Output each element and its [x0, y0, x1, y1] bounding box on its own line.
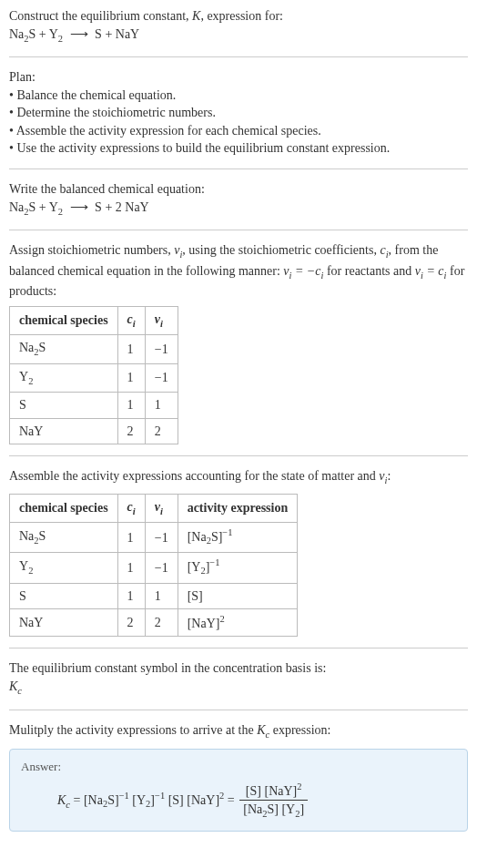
cell-ci: 2 [117, 609, 145, 637]
col-ci: ci [117, 494, 145, 522]
activity-title-a: Assemble the activity expressions accoun… [9, 469, 379, 483]
col-species: chemical species [10, 494, 118, 522]
cell-nui: −1 [145, 335, 178, 363]
cell-ci: 1 [117, 335, 145, 363]
final-section: Mulitply the activity expressions to arr… [9, 721, 468, 832]
nu-i: νi [174, 243, 182, 257]
c-i: ci [380, 243, 388, 257]
answer-label: Answer: [21, 759, 456, 775]
cell-species: S [10, 583, 118, 609]
sub-2: 2 [58, 33, 63, 43]
stoich-section: Assign stoichiometric numbers, νi, using… [9, 241, 468, 456]
cell-species: Na2S [10, 335, 118, 363]
cell-nui: 2 [145, 418, 178, 444]
cell-ci: 1 [117, 363, 145, 392]
intro-text-a: Construct the equilibrium constant, [9, 9, 192, 23]
bullet-icon: • [9, 124, 14, 138]
activity-section: Assemble the activity expressions accoun… [9, 467, 468, 648]
cell-nui: 1 [145, 393, 178, 419]
arrow-icon: ⟶ [70, 27, 88, 41]
cell-ci: 1 [117, 523, 145, 553]
bullet-icon: • [9, 106, 14, 119]
col-activity: activity expression [178, 494, 298, 522]
cell-nui: −1 [145, 523, 178, 553]
sub-2: 2 [58, 206, 63, 216]
cell-nui: 1 [145, 583, 178, 609]
cell-species: Na2S [10, 523, 118, 553]
plan-b3: Assemble the activity expression for eac… [16, 124, 321, 138]
intro-section: Construct the equilibrium constant, K, e… [9, 7, 468, 57]
plan-bullet-4: • Use the activity expressions to build … [9, 139, 468, 158]
intro-K: K [192, 9, 200, 23]
activity-title-b: : [387, 469, 391, 483]
col-species: chemical species [10, 306, 118, 334]
bullet-icon: • [9, 141, 14, 155]
table-row: NaY 2 2 [10, 418, 178, 444]
b-lhs-b: S + Y [29, 200, 58, 214]
balanced-title: Write the balanced chemical equation: [9, 180, 468, 199]
cell-ci: 2 [117, 418, 145, 444]
balanced-equation: Na2S + Y2 ⟶ S + 2 NaY [9, 200, 149, 214]
cell-activity: [Na2S]−1 [178, 523, 298, 553]
intro-equation: Na2S + Y2 ⟶ S + NaY [9, 27, 139, 41]
final-line-b: expression: [269, 723, 330, 737]
cell-nui: −1 [145, 553, 178, 583]
plan-bullet-3: • Assemble the activity expression for e… [9, 122, 468, 140]
rhs: S + NaY [95, 27, 139, 41]
table-row: Y2 1 −1 [10, 363, 178, 392]
cell-nui: 2 [145, 609, 178, 637]
table-row: Na2S 1 −1 [10, 335, 178, 363]
col-ci: ci [117, 306, 145, 334]
plan-title: Plan: [9, 68, 468, 87]
table-header-row: chemical species ci νi activity expressi… [10, 494, 298, 522]
plan-b2: Determine the stoichiometric numbers. [16, 106, 216, 119]
balanced-section: Write the balanced chemical equation: Na… [9, 180, 468, 230]
plan-bullet-1: • Balance the chemical equation. [9, 87, 468, 105]
b-rhs: S + 2 NaY [95, 200, 149, 214]
col-nui: νi [145, 494, 178, 522]
col-nui: νi [145, 306, 178, 334]
activity-table: chemical species ci νi activity expressi… [9, 494, 298, 638]
answer-box: Answer: Kc = [Na2S]−1 [Y2]−1 [S] [NaY]2 … [9, 749, 468, 832]
cell-ci: 1 [117, 553, 145, 583]
stoich-text-b: , using the stoichiometric coefficients, [182, 243, 380, 257]
table-row: Na2S 1 −1 [Na2S]−1 [10, 523, 298, 553]
rel-react: νi = −ci [283, 264, 323, 278]
answer-equation: Kc = [Na2S]−1 [Y2]−1 [S] [NaY]2 = [S] [N… [57, 781, 456, 822]
rel-prod: νi = ci [415, 264, 447, 278]
bullet-icon: • [9, 88, 14, 102]
cell-nui: −1 [145, 363, 178, 392]
basis-line: The equilibrium constant symbol in the c… [9, 659, 468, 678]
plan-section: Plan: • Balance the chemical equation. •… [9, 68, 468, 169]
table-row: Y2 1 −1 [Y2]−1 [10, 553, 298, 583]
Kc-symbol: Kc [257, 723, 269, 737]
plan-b4: Use the activity expressions to build th… [16, 141, 390, 155]
stoich-text-d: for reactants and [323, 264, 414, 278]
cell-activity: [NaY]2 [178, 609, 298, 637]
cell-ci: 1 [117, 583, 145, 609]
cell-ci: 1 [117, 393, 145, 419]
plan-b1: Balance the chemical equation. [16, 88, 176, 102]
table-row: S 1 1 [S] [10, 583, 298, 609]
cell-species: Y2 [10, 363, 118, 392]
stoich-table: chemical species ci νi Na2S 1 −1 Y2 1 −1… [9, 306, 178, 445]
cell-species: NaY [10, 418, 118, 444]
table-row: S 1 1 [10, 393, 178, 419]
b-lhs-a: Na [9, 200, 24, 214]
basis-section: The equilibrium constant symbol in the c… [9, 659, 468, 710]
stoich-text-a: Assign stoichiometric numbers, [9, 243, 174, 257]
cell-activity: [Y2]−1 [178, 553, 298, 583]
cell-species: S [10, 393, 118, 419]
Kc-symbol: Kc [9, 679, 22, 693]
table-header-row: chemical species ci νi [10, 306, 178, 334]
cell-activity: [S] [178, 583, 298, 609]
lhs-b: S + Y [29, 27, 58, 41]
lhs-a: Na [9, 27, 24, 41]
fraction: [S] [NaY]2 [Na2S] [Y2] [239, 781, 308, 822]
plan-bullet-2: • Determine the stoichiometric numbers. [9, 104, 468, 122]
cell-species: NaY [10, 609, 118, 637]
cell-species: Y2 [10, 553, 118, 583]
arrow-icon: ⟶ [70, 200, 88, 214]
table-row: NaY 2 2 [NaY]2 [10, 609, 298, 637]
final-line-a: Mulitply the activity expressions to arr… [9, 723, 257, 737]
